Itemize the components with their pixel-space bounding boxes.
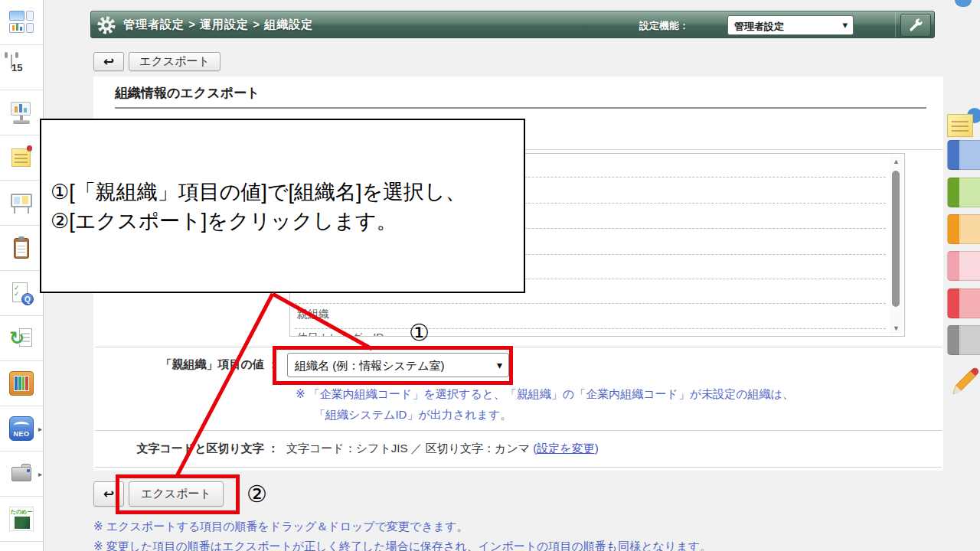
palette-color-orange[interactable] [947, 214, 980, 244]
calendar-icon: 15 [9, 55, 34, 80]
charset-value: 文字コード：シフトJIS ／ 区切り文字：カンマ [286, 442, 533, 455]
checklist-search-icon: ✓ ✓ Q [9, 281, 34, 305]
sidebar-item-presentation[interactable] [0, 90, 43, 135]
highlight-box-step1 [273, 346, 513, 385]
tanomail-logo: たのめーる [9, 507, 34, 531]
admin-header-bar: 管理者設定 > 運用設定 > 組織設定 設定機能： 管理者設定 ▾ [90, 11, 935, 38]
sidebar-item-schedule[interactable]: 15 [0, 45, 43, 90]
pencil-icon[interactable] [949, 365, 980, 397]
palette-color-blue[interactable] [947, 140, 980, 170]
circulation-icon: ↻ [9, 326, 34, 350]
app-sidebar: 15 ✓ ✓ Q [0, 0, 44, 551]
footer-note-1: ※ エクスポートする項目の順番をドラッグ＆ドロップで変更できます。 [93, 520, 468, 534]
sidebar-item-tanomail[interactable]: たのめーる [0, 497, 43, 542]
screen: 15 ✓ ✓ Q [0, 0, 980, 551]
panel-separator-2 [95, 430, 942, 431]
list-item-holiday-calendar[interactable]: 休日カレンダーID [297, 331, 384, 337]
portal-icon [9, 10, 34, 34]
charset-link-paren-close: ) [595, 442, 599, 455]
sidebar-item-workflow[interactable]: ↻ [0, 316, 43, 361]
parent-org-note-line2: 「組織システムID」が出力されます。 [314, 408, 511, 422]
parent-org-note-line1: ※ 「企業内組織コード」を選択すると、「親組織」の「企業内組織コード」が未設定の… [296, 387, 794, 402]
step2-marker: ② [247, 483, 267, 506]
top-right-badge [955, 0, 972, 7]
bulletin-board-icon [9, 191, 34, 215]
export-button-top[interactable]: エクスポート [129, 52, 220, 71]
neo-app-icon: NEO [9, 416, 34, 441]
bookshelf-icon [9, 371, 34, 396]
page-title: 組織情報のエクスポート [115, 84, 260, 102]
change-settings-link[interactable]: 設定を変更 [537, 442, 594, 455]
instruction-callout: ①[「親組織」項目の値]で[組織名]を選択し、 ②[エクスポート]をクリックしま… [40, 119, 525, 293]
list-item-parent-org[interactable]: 親組織 [297, 308, 329, 321]
settings-function-value: 管理者設定 [734, 21, 784, 32]
panel-bottom-line [95, 467, 942, 468]
panel-separator-1 [95, 347, 942, 347]
sidebar-item-portal[interactable] [0, 0, 43, 45]
breadcrumb: 管理者設定 > 運用設定 > 組織設定 [123, 18, 313, 32]
projector-chart-icon [9, 100, 34, 125]
palette-color-pink[interactable] [947, 251, 980, 281]
header-divider [895, 13, 896, 37]
callout-line-2: ②[エクスポート]をクリックします。 [51, 207, 397, 235]
settings-function-label: 設定機能： [639, 19, 689, 33]
flyout-arrow-icon: ▸ [38, 425, 42, 433]
palette-color-green[interactable] [947, 178, 980, 207]
clipboard-icon [9, 236, 34, 260]
export-button-label: エクスポート [139, 54, 210, 69]
scroll-down-icon[interactable]: ▼ [890, 324, 903, 332]
palette-color-gray[interactable] [947, 325, 980, 355]
gear-icon [96, 15, 116, 38]
step1-marker: ① [409, 321, 430, 344]
scrollbar-thumb[interactable] [892, 171, 900, 307]
back-icon: ↩ [103, 486, 114, 502]
parent-org-field-label: 「親組織」項目の値 ： [95, 357, 279, 372]
sidebar-item-banner[interactable] [0, 542, 43, 551]
back-icon: ↩ [103, 54, 114, 70]
sidebar-item-clipboard[interactable] [0, 226, 43, 271]
sidebar-item-survey[interactable]: ✓ ✓ Q [0, 271, 43, 316]
charset-value-line: 文字コード：シフトJIS ／ 区切り文字：カンマ (設定を変更) [286, 442, 599, 456]
folder-icon [9, 461, 34, 486]
memo-palette-icon[interactable] [947, 109, 980, 142]
wrench-icon [908, 18, 923, 33]
title-underline [115, 107, 926, 109]
flyout-arrow-icon: ▸ [38, 470, 42, 478]
sticky-note-icon [9, 145, 34, 170]
chevron-down-icon: ▾ [842, 19, 848, 31]
back-button-top[interactable]: ↩ [93, 52, 124, 71]
callout-line-1: ①[「親組織」項目の値]で[組織名]を選択し、 [51, 178, 466, 206]
wrench-button[interactable] [900, 14, 931, 37]
sidebar-item-documents[interactable] [0, 361, 43, 406]
footer-note-2: ※ 変更した項目の順番はエクスポートが正しく終了した場合に保存され、インポートの… [93, 540, 711, 551]
sidebar-item-memo[interactable] [0, 135, 43, 181]
list-scrollbar[interactable]: ▲ ▼ [890, 155, 903, 334]
sidebar-item-neo[interactable]: NEO ▸ [0, 406, 43, 452]
sidebar-item-cabinet[interactable]: ▸ [0, 452, 43, 497]
sidebar-item-bulletin[interactable] [0, 181, 43, 226]
palette-color-red[interactable] [947, 289, 980, 318]
scroll-up-icon[interactable]: ▲ [890, 158, 903, 165]
settings-function-select[interactable]: 管理者設定 ▾ [727, 15, 854, 35]
charset-field-label: 文字コードと区切り文字 ： [95, 442, 279, 456]
highlight-box-step2 [116, 474, 240, 514]
